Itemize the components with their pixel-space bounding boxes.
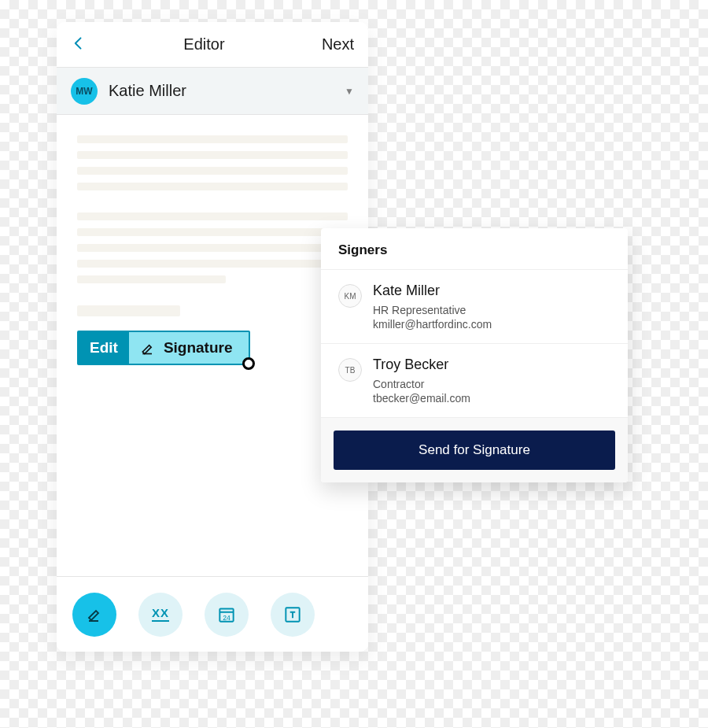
- tool-initials[interactable]: XX: [138, 593, 183, 637]
- field-toolbar: XX 24: [57, 576, 368, 652]
- signers-panel-title: Signers: [321, 228, 628, 270]
- textbox-icon: [282, 604, 303, 625]
- edit-field-button[interactable]: Edit: [79, 332, 129, 364]
- editor-header: Editor Next: [57, 22, 368, 68]
- signer-email: tbecker@email.com: [373, 392, 470, 405]
- calendar-icon: 24: [216, 604, 237, 625]
- signature-field-body[interactable]: Signature: [129, 332, 249, 364]
- chevron-left-icon: [71, 35, 87, 51]
- signer-role: HR Representative: [373, 304, 492, 316]
- signers-panel: Signers KM Kate Miller HR Representative…: [321, 228, 628, 482]
- next-button[interactable]: Next: [322, 35, 354, 54]
- signer-name: Troy Becker: [373, 357, 470, 373]
- signer-role: Contractor: [373, 378, 470, 390]
- initials-icon: XX: [152, 607, 169, 622]
- resize-handle[interactable]: [242, 357, 255, 370]
- avatar: TB: [338, 358, 362, 382]
- placeholder-paragraph: [77, 212, 348, 283]
- avatar: MW: [71, 78, 98, 105]
- avatar: KM: [338, 284, 362, 308]
- placeholder-paragraph: [77, 135, 348, 190]
- current-signer-dropdown[interactable]: MW Katie Miller ▼: [57, 68, 368, 115]
- tool-signature[interactable]: [72, 593, 116, 637]
- tool-date[interactable]: 24: [205, 593, 249, 637]
- caret-down-icon: ▼: [345, 86, 354, 97]
- signature-icon: [85, 605, 104, 624]
- signature-field[interactable]: Edit Signature: [77, 331, 250, 365]
- signature-field-label: Signature: [164, 339, 233, 357]
- tool-textbox[interactable]: [271, 593, 315, 637]
- signer-row[interactable]: TB Troy Becker Contractor tbecker@email.…: [321, 344, 628, 418]
- signer-email: kmiller@hartfordinc.com: [373, 318, 492, 331]
- signer-row[interactable]: KM Kate Miller HR Representative kmiller…: [321, 270, 628, 344]
- signature-icon: [140, 340, 156, 356]
- current-signer-name: Katie Miller: [109, 82, 334, 100]
- page-title: Editor: [87, 35, 322, 54]
- send-for-signature-button[interactable]: Send for Signature: [334, 431, 615, 470]
- svg-text:24: 24: [223, 613, 230, 621]
- signature-block: Edit Signature: [77, 305, 348, 365]
- signer-name: Kate Miller: [373, 283, 492, 299]
